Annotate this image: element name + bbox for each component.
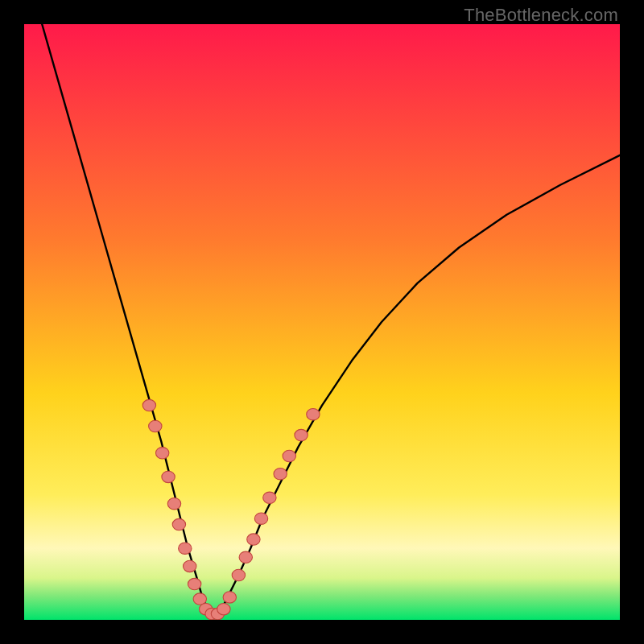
data-point — [232, 569, 245, 580]
data-point — [295, 429, 308, 440]
data-point — [247, 534, 260, 545]
gradient-background — [24, 24, 620, 620]
data-point — [223, 592, 236, 603]
chart-svg — [24, 24, 620, 620]
data-point — [155, 448, 168, 459]
data-point — [172, 518, 185, 530]
data-point — [307, 409, 320, 420]
data-point — [179, 543, 192, 554]
chart-container: TheBottleneck.com — [0, 0, 644, 644]
data-point — [283, 450, 295, 461]
data-point — [263, 492, 276, 503]
data-point — [188, 578, 200, 589]
data-point — [254, 513, 267, 524]
data-point — [184, 560, 196, 572]
watermark-text: TheBottleneck.com — [464, 5, 618, 26]
data-point — [162, 471, 175, 482]
data-point — [142, 399, 155, 411]
plot-area — [24, 24, 620, 620]
data-point — [167, 498, 180, 510]
data-point — [149, 420, 162, 431]
data-point — [239, 551, 252, 563]
data-point — [274, 469, 287, 480]
data-point — [217, 603, 230, 614]
